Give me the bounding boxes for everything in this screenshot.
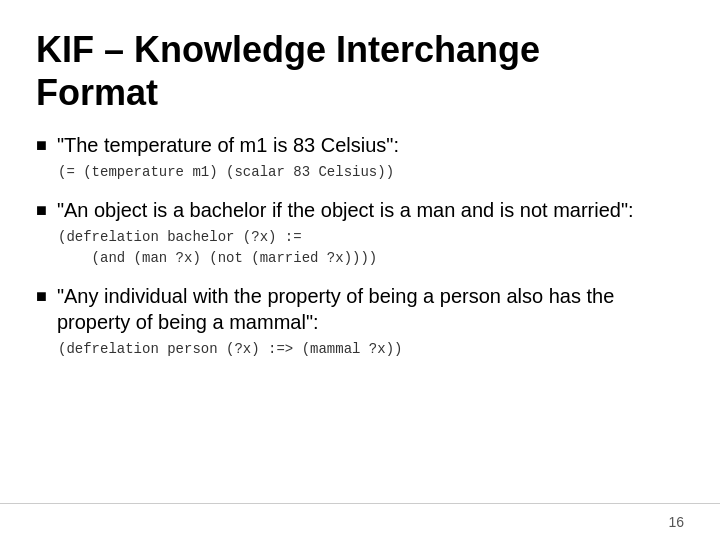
bullet-header-3: ■ "Any individual with the property of b… (36, 283, 684, 335)
bullet-header-1: ■ "The temperature of m1 is 83 Celsius": (36, 132, 684, 158)
bullet-code-1: (= (temperature m1) (scalar 83 Celsius)) (58, 162, 684, 183)
bullet-text-2: "An object is a bachelor if the object i… (57, 197, 634, 223)
page-number: 16 (668, 514, 684, 530)
bullet-text-1: "The temperature of m1 is 83 Celsius": (57, 132, 399, 158)
bullet-code-2a: (defrelation bachelor (?x) := (and (man … (58, 227, 684, 269)
bullet-code-3: (defrelation person (?x) :=> (mammal ?x)… (58, 339, 684, 360)
bottom-divider (0, 503, 720, 504)
bullet-dot-2: ■ (36, 199, 47, 222)
bullet-item-1: ■ "The temperature of m1 is 83 Celsius":… (36, 132, 684, 183)
bullet-header-2: ■ "An object is a bachelor if the object… (36, 197, 684, 223)
content-area: ■ "The temperature of m1 is 83 Celsius":… (36, 132, 684, 512)
bullet-dot-1: ■ (36, 134, 47, 157)
slide-container: KIF – Knowledge Interchange Format ■ "Th… (0, 0, 720, 540)
slide-title: KIF – Knowledge Interchange Format (36, 28, 684, 114)
title-line2: Format (36, 72, 158, 113)
title-line1: KIF – Knowledge Interchange (36, 29, 540, 70)
bullet-dot-3: ■ (36, 285, 47, 308)
bullet-item-3: ■ "Any individual with the property of b… (36, 283, 684, 360)
bullet-item-2: ■ "An object is a bachelor if the object… (36, 197, 684, 269)
bullet-text-3: "Any individual with the property of bei… (57, 283, 684, 335)
